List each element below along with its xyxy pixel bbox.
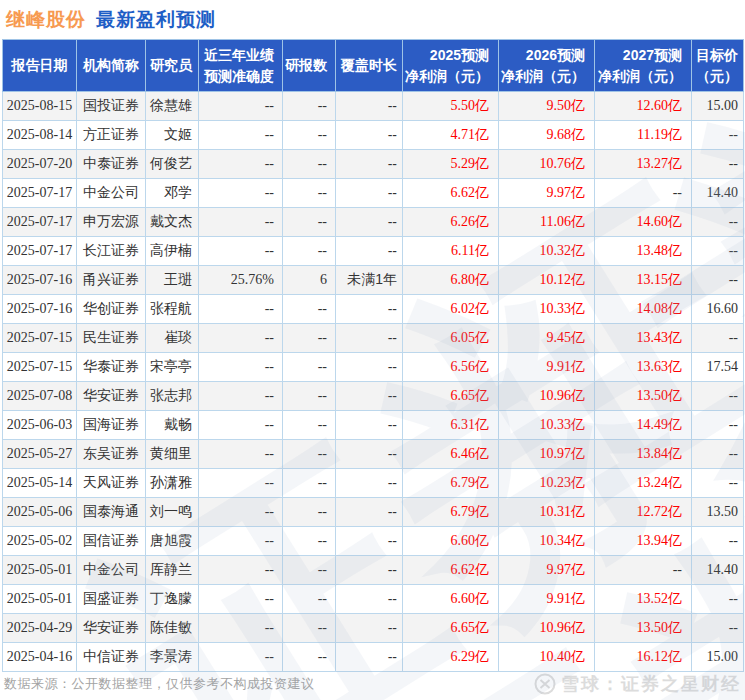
- cell-coverage: --: [336, 498, 403, 527]
- cell-target-price: 14.40: [692, 179, 744, 208]
- cell-report-date: 2025-07-15: [3, 353, 77, 382]
- cell-profit-2027: 13.63亿: [595, 353, 692, 382]
- cell-profit-2025: 6.29亿: [403, 643, 499, 672]
- cell-profit-2025: 6.31亿: [403, 411, 499, 440]
- table-body: 2025-08-15国投证券徐慧雄------5.50亿9.50亿12.60亿1…: [3, 92, 744, 672]
- cell-report-count: --: [283, 324, 336, 353]
- cell-coverage: --: [336, 237, 403, 266]
- table-row: 2025-07-17中金公司邓学------6.62亿9.97亿--14.40: [3, 179, 744, 208]
- table-row: 2025-08-15国投证券徐慧雄------5.50亿9.50亿12.60亿1…: [3, 92, 744, 121]
- cell-coverage: --: [336, 382, 403, 411]
- cell-researcher: 张程航: [146, 295, 199, 324]
- table-row: 2025-07-15华泰证券宋亭亭------6.56亿9.91亿13.63亿1…: [3, 353, 744, 382]
- cell-target-price: --: [692, 614, 744, 643]
- cell-report-count: --: [283, 121, 336, 150]
- cell-profit-2027: 11.19亿: [595, 121, 692, 150]
- cell-coverage: --: [336, 295, 403, 324]
- cell-target-price: 14.40: [692, 556, 744, 585]
- cell-coverage: --: [336, 614, 403, 643]
- cell-profit-2027: 14.49亿: [595, 411, 692, 440]
- cell-target-price: --: [692, 411, 744, 440]
- cell-coverage: --: [336, 353, 403, 382]
- cell-target-price: --: [692, 237, 744, 266]
- cell-profit-2027: 16.12亿: [595, 643, 692, 672]
- cell-profit-2025: 6.79亿: [403, 498, 499, 527]
- cell-profit-2025: 5.29亿: [403, 150, 499, 179]
- cell-researcher: 孙潇雅: [146, 469, 199, 498]
- cell-profit-2026: 9.97亿: [499, 179, 595, 208]
- cell-target-price: --: [692, 469, 744, 498]
- cell-org-name: 国泰海通: [77, 498, 146, 527]
- table-row: 2025-07-08华安证券张志邦------6.65亿10.96亿13.50亿…: [3, 382, 744, 411]
- cell-profit-2026: 10.12亿: [499, 266, 595, 295]
- cell-profit-2026: 9.68亿: [499, 121, 595, 150]
- cell-report-count: --: [283, 614, 336, 643]
- cell-target-price: 15.00: [692, 92, 744, 121]
- cell-profit-2026: 10.31亿: [499, 498, 595, 527]
- cell-report-date: 2025-07-16: [3, 266, 77, 295]
- cell-report-count: --: [283, 295, 336, 324]
- column-header-profit-2025: 2025预测净利润（元）: [403, 40, 499, 92]
- cell-profit-2025: 6.62亿: [403, 179, 499, 208]
- cell-report-count: --: [283, 469, 336, 498]
- cell-coverage: --: [336, 411, 403, 440]
- cell-coverage: --: [336, 585, 403, 614]
- cell-profit-2025: 6.62亿: [403, 556, 499, 585]
- cell-researcher: 戴文杰: [146, 208, 199, 237]
- cell-report-date: 2025-08-14: [3, 121, 77, 150]
- cell-profit-2025: 6.80亿: [403, 266, 499, 295]
- cell-target-price: --: [692, 382, 744, 411]
- cell-profit-2026: 11.06亿: [499, 208, 595, 237]
- cell-accuracy: --: [199, 150, 283, 179]
- cell-researcher: 丁逸朦: [146, 585, 199, 614]
- cell-report-count: 6: [283, 266, 336, 295]
- cell-org-name: 天风证券: [77, 469, 146, 498]
- cell-profit-2026: 10.23亿: [499, 469, 595, 498]
- page-title: 继峰股份最新盈利预测: [0, 0, 745, 39]
- cell-researcher: 徐慧雄: [146, 92, 199, 121]
- cell-profit-2026: 10.33亿: [499, 411, 595, 440]
- cell-researcher: 何俊艺: [146, 150, 199, 179]
- cell-profit-2027: 13.15亿: [595, 266, 692, 295]
- cell-profit-2026: 9.97亿: [499, 556, 595, 585]
- cell-coverage: --: [336, 208, 403, 237]
- cell-profit-2025: 6.46亿: [403, 440, 499, 469]
- cell-profit-2027: 13.24亿: [595, 469, 692, 498]
- table-row: 2025-06-03国海证券戴畅------6.31亿10.33亿14.49亿-…: [3, 411, 744, 440]
- cell-coverage: --: [336, 556, 403, 585]
- column-header-profit-2026: 2026预测净利润（元）: [499, 40, 595, 92]
- cell-accuracy: --: [199, 353, 283, 382]
- cell-org-name: 中泰证券: [77, 150, 146, 179]
- cell-target-price: --: [692, 208, 744, 237]
- cell-profit-2026: 10.33亿: [499, 295, 595, 324]
- cell-org-name: 中金公司: [77, 179, 146, 208]
- table-row: 2025-07-15民生证券崔琰------6.05亿9.45亿13.43亿--: [3, 324, 744, 353]
- brand-watermark: 雪球：证券之星财经: [534, 672, 741, 696]
- cell-report-count: --: [283, 237, 336, 266]
- table-row: 2025-07-20中泰证券何俊艺------5.29亿10.76亿13.27亿…: [3, 150, 744, 179]
- cell-profit-2026: 10.96亿: [499, 382, 595, 411]
- cell-target-price: 15.00: [692, 643, 744, 672]
- cell-profit-2027: 13.50亿: [595, 614, 692, 643]
- cell-accuracy: --: [199, 382, 283, 411]
- cell-report-date: 2025-07-16: [3, 295, 77, 324]
- cell-coverage: 未满1年: [336, 266, 403, 295]
- cell-researcher: 崔琰: [146, 324, 199, 353]
- cell-profit-2027: 13.43亿: [595, 324, 692, 353]
- table-row: 2025-05-02国信证券唐旭霞------6.60亿10.34亿13.94亿…: [3, 527, 744, 556]
- page: 继峰股份最新盈利预测 报告日期机构简称研究员近三年业绩预测准确度研报数覆盖时长2…: [0, 0, 745, 700]
- column-header-researcher: 研究员: [146, 40, 199, 92]
- stock-name: 继峰股份: [6, 9, 86, 30]
- cell-org-name: 国海证券: [77, 411, 146, 440]
- cell-report-count: --: [283, 179, 336, 208]
- cell-report-date: 2025-07-17: [3, 208, 77, 237]
- cell-profit-2025: 6.65亿: [403, 382, 499, 411]
- cell-profit-2027: 14.08亿: [595, 295, 692, 324]
- cell-researcher: 陈佳敏: [146, 614, 199, 643]
- cell-accuracy: --: [199, 295, 283, 324]
- cell-report-count: --: [283, 92, 336, 121]
- cell-coverage: --: [336, 324, 403, 353]
- cell-report-count: --: [283, 440, 336, 469]
- cell-accuracy: --: [199, 324, 283, 353]
- cell-coverage: --: [336, 150, 403, 179]
